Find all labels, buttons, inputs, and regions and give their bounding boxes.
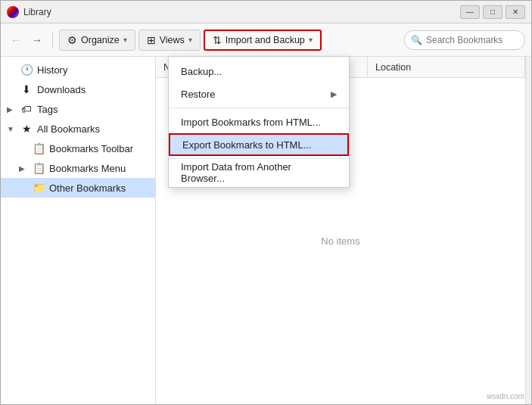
toolbar-separator-1	[52, 33, 53, 48]
forward-button[interactable]: →	[28, 31, 46, 49]
sidebar-item-tags[interactable]: ▶ 🏷 Tags	[1, 99, 155, 119]
all-bookmarks-icon: ★	[20, 123, 33, 135]
bookmarks-menu-arrow: ▶	[19, 164, 28, 173]
downloads-label: Downloads	[37, 84, 86, 95]
tags-label: Tags	[37, 104, 58, 115]
import-backup-label: Import and Backup	[226, 35, 305, 45]
maximize-button[interactable]: □	[483, 5, 502, 19]
views-icon: ⊞	[147, 34, 156, 46]
library-window: Library — □ ✕ ← → ⚙ Organize ▾ ⊞ Views ▾…	[0, 0, 532, 405]
content-area: Nam Location No items	[156, 57, 525, 404]
other-bookmarks-icon: 📁	[33, 182, 45, 194]
main-area: 🕐 History ⬇ Downloads ▶ 🏷 Tags ▼ ★ All B…	[1, 57, 531, 404]
bookmarks-toolbar-icon: 📋	[33, 142, 45, 154]
tags-arrow: ▶	[7, 105, 16, 114]
scrollbar[interactable]	[525, 57, 531, 404]
sidebar-item-downloads[interactable]: ⬇ Downloads	[1, 79, 155, 99]
bookmarks-menu-label: Bookmarks Menu	[49, 163, 126, 174]
sidebar: 🕐 History ⬇ Downloads ▶ 🏷 Tags ▼ ★ All B…	[1, 57, 156, 404]
col-location-label: Location	[375, 62, 411, 73]
sidebar-item-all-bookmarks[interactable]: ▼ ★ All Bookmarks	[1, 119, 155, 139]
content-header: Nam Location	[156, 57, 525, 78]
close-button[interactable]: ✕	[506, 5, 525, 19]
import-backup-button[interactable]: ⇅ Import and Backup ▾	[204, 30, 322, 51]
sidebar-item-other-bookmarks[interactable]: 📁 Other Bookmarks	[1, 178, 155, 198]
column-location-header: Location	[368, 57, 525, 77]
organize-label: Organize	[81, 35, 120, 45]
titlebar: Library — □ ✕	[1, 1, 531, 23]
search-input[interactable]	[404, 30, 525, 50]
sidebar-item-history[interactable]: 🕐 History	[1, 60, 155, 79]
organize-button[interactable]: ⚙ Organize ▾	[59, 30, 135, 51]
bookmarks-toolbar-label: Bookmarks Toolbar	[49, 143, 133, 154]
toolbar: ← → ⚙ Organize ▾ ⊞ Views ▾ ⇅ Import and …	[1, 23, 531, 57]
views-label: Views	[160, 35, 185, 45]
all-bookmarks-arrow: ▼	[7, 125, 16, 133]
window-title: Library	[23, 7, 460, 17]
sidebar-item-bookmarks-menu[interactable]: ▶ 📋 Bookmarks Menu	[1, 158, 155, 178]
views-button[interactable]: ⊞ Views ▾	[138, 30, 201, 51]
import-backup-icon: ⇅	[213, 34, 222, 46]
organize-icon: ⚙	[67, 34, 77, 46]
minimize-button[interactable]: —	[460, 5, 480, 19]
tags-icon: 🏷	[20, 103, 33, 115]
organize-chevron: ▾	[123, 36, 127, 44]
column-name-header: Nam	[156, 57, 368, 77]
empty-message: No items	[321, 235, 359, 247]
bookmarks-menu-icon: 📋	[33, 162, 45, 174]
firefox-icon	[7, 6, 19, 18]
all-bookmarks-label: All Bookmarks	[37, 123, 100, 135]
watermark: wsxdn.com	[487, 392, 524, 400]
history-icon: 🕐	[20, 64, 33, 76]
search-wrapper: 🔍	[404, 30, 525, 50]
views-chevron: ▾	[188, 36, 192, 44]
import-backup-chevron: ▾	[309, 36, 313, 44]
content-body: No items	[156, 78, 525, 404]
downloads-icon: ⬇	[20, 83, 33, 95]
other-bookmarks-label: Other Bookmarks	[49, 182, 126, 194]
search-icon: 🔍	[411, 35, 422, 45]
back-button[interactable]: ←	[7, 31, 25, 49]
window-controls: — □ ✕	[460, 5, 525, 19]
history-label: History	[37, 64, 67, 76]
sidebar-item-bookmarks-toolbar[interactable]: 📋 Bookmarks Toolbar	[1, 139, 155, 158]
col-name-label: Nam	[163, 62, 183, 73]
